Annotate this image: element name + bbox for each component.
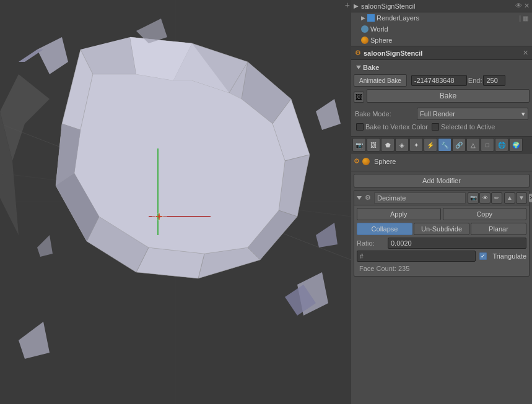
end-frame-input[interactable] bbox=[483, 75, 505, 86]
face-count-label: Face Count: bbox=[359, 265, 396, 272]
modifier-section: Add Modifier ⚙ 📷 👁 ✏ ▲ ▼ ✕ bbox=[351, 171, 532, 282]
bake-to-vertex-label: Bake to Vertex Color bbox=[365, 123, 428, 131]
selected-to-active-label: Selected to Active bbox=[441, 123, 495, 131]
bake-section: Bake Animated Bake End: 🖼 Bake Bake Mode… bbox=[351, 60, 532, 137]
bake-label-text: Bake bbox=[363, 64, 379, 71]
renderlayers-label: RenderLayers bbox=[377, 14, 419, 22]
sphere-label: Sphere bbox=[370, 37, 392, 44]
apply-button[interactable]: Apply bbox=[357, 208, 441, 220]
outliner-expand-icon[interactable]: 👁 bbox=[515, 2, 522, 10]
selected-to-active-check bbox=[432, 123, 439, 131]
toolbar-modifier-icon[interactable]: 🔧 bbox=[438, 138, 451, 152]
ratio-input[interactable] bbox=[388, 238, 526, 249]
triangulate-label: Triangulate bbox=[492, 252, 526, 260]
tab-un-subdivide[interactable]: Un-Subdivide bbox=[414, 223, 469, 235]
triangulate-checkbox[interactable]: ✓ bbox=[479, 252, 487, 260]
object-section: ⚙ Sphere bbox=[351, 153, 532, 171]
world-icon bbox=[361, 25, 368, 33]
properties-toolbar: 📷 🖼 ⬟ ◈ ✦ ⚡ 🔧 🔗 △ □ 🌐 🌍 bbox=[351, 137, 532, 153]
outliner-header: ▶ saloonSignStencil 👁 ✕ bbox=[351, 0, 532, 12]
scene-outliner: ▶ saloonSignStencil 👁 ✕ ▶ RenderLayers |… bbox=[351, 0, 532, 46]
toolbar-texture-icon[interactable]: ◈ bbox=[395, 138, 409, 152]
bake-collapse-arrow[interactable] bbox=[356, 66, 361, 69]
renderlayers-pipe: | bbox=[519, 15, 521, 22]
tri-hash-icon: # bbox=[360, 253, 364, 260]
object-mode-icon: ⚙ bbox=[354, 157, 360, 165]
modifier-body: Apply Copy Collapse Un-Subdivide Planar … bbox=[354, 205, 529, 276]
bake-mode-label: Bake Mode: bbox=[355, 110, 417, 118]
properties-close-btn[interactable]: ✕ bbox=[523, 49, 528, 57]
scene-icon: ▶ bbox=[354, 2, 359, 9]
bake-button[interactable]: Bake bbox=[367, 89, 530, 103]
face-count-row: Face Count: 235 bbox=[357, 264, 526, 273]
copy-button[interactable]: Copy bbox=[443, 208, 527, 220]
triangulate-check-mark: ✓ bbox=[481, 253, 486, 259]
modifier-icon-buttons: 📷 👁 ✏ bbox=[468, 192, 502, 204]
tab-collapse[interactable]: Collapse bbox=[357, 223, 412, 235]
animated-bake-label: Animated Bake bbox=[359, 77, 401, 84]
bake-mode-value: Full Render bbox=[420, 110, 455, 118]
modifier-delete-btn[interactable]: ✕ bbox=[529, 194, 532, 202]
animated-bake-btn[interactable]: Animated Bake bbox=[354, 74, 407, 87]
selected-to-active-checkbox[interactable]: Selected to Active bbox=[432, 123, 495, 131]
object-name: Sphere bbox=[374, 158, 396, 165]
toolbar-physics-icon[interactable]: ⚡ bbox=[424, 138, 437, 152]
bake-mode-dropdown[interactable]: Full Render ▾ bbox=[417, 108, 528, 120]
modifier-render-btn[interactable]: 📷 bbox=[468, 192, 479, 204]
world-label: World bbox=[370, 25, 388, 33]
right-panel: ▶ saloonSignStencil 👁 ✕ ▶ RenderLayers |… bbox=[351, 0, 532, 404]
modifier-down-btn[interactable]: ▼ bbox=[516, 192, 527, 204]
modifier-arrows: ▲ ▼ bbox=[504, 192, 527, 204]
properties-icon: ⚙ bbox=[355, 49, 361, 57]
modifier-up-btn[interactable]: ▲ bbox=[504, 192, 515, 204]
toolbar-render-icon[interactable]: 🖼 bbox=[367, 138, 380, 152]
face-count-value: 235 bbox=[398, 265, 409, 272]
outliner-item-world[interactable]: World bbox=[351, 24, 532, 35]
tab-planar[interactable]: Planar bbox=[471, 223, 526, 235]
modifier-tabs: Collapse Un-Subdivide Planar bbox=[357, 223, 526, 235]
modifier-edit-btn[interactable]: ✏ bbox=[491, 192, 502, 204]
toolbar-material-icon[interactable]: ⬟ bbox=[381, 138, 395, 152]
renderlayers-action[interactable]: ▦ bbox=[523, 15, 528, 22]
start-frame-input[interactable] bbox=[411, 75, 467, 86]
end-label: End: bbox=[468, 77, 482, 84]
bake-to-vertex-checkbox[interactable]: Bake to Vertex Color bbox=[356, 123, 428, 131]
modifier-type-icon: ⚙ bbox=[365, 194, 371, 202]
renderlayers-icon bbox=[367, 14, 375, 22]
toolbar-constraint-icon[interactable]: 🔗 bbox=[452, 138, 466, 152]
bake-section-label: Bake bbox=[354, 62, 530, 72]
toolbar-world-icon[interactable]: 🌍 bbox=[509, 138, 523, 152]
add-modifier-button[interactable]: Add Modifier bbox=[354, 174, 530, 187]
toolbar-scene-icon[interactable]: 🌐 bbox=[495, 138, 508, 152]
toolbar-camera-icon[interactable]: 📷 bbox=[352, 138, 366, 152]
outliner-item-sphere[interactable]: Sphere bbox=[351, 35, 532, 46]
bake-mode-arrow: ▾ bbox=[521, 110, 525, 118]
triangulate-input-wrap: # bbox=[357, 251, 476, 262]
sphere-icon-props bbox=[362, 158, 370, 165]
modifier-viewport-btn[interactable]: 👁 bbox=[479, 192, 491, 204]
decimate-modifier: ⚙ 📷 👁 ✏ ▲ ▼ ✕ Apply Copy bbox=[354, 190, 530, 277]
expand-arrow-renderlayers: ▶ bbox=[361, 15, 365, 21]
properties-header: ⚙ saloonSignStencil ✕ bbox=[351, 46, 532, 60]
ratio-label: Ratio: bbox=[357, 239, 388, 247]
modifier-collapse-arrow[interactable] bbox=[357, 196, 362, 200]
scene-title: saloonSignStencil bbox=[361, 2, 415, 10]
modifier-name-input[interactable] bbox=[374, 192, 466, 204]
bake-icon: 🖼 bbox=[354, 92, 364, 103]
bake-to-vertex-check bbox=[356, 123, 364, 131]
modifier-header: ⚙ 📷 👁 ✏ ▲ ▼ ✕ bbox=[354, 191, 529, 205]
viewport-corner-handle[interactable] bbox=[342, 0, 351, 9]
outliner-item-renderlayers[interactable]: ▶ RenderLayers | ▦ bbox=[351, 12, 532, 24]
toolbar-particle-icon[interactable]: ✦ bbox=[409, 138, 423, 152]
toolbar-object-icon[interactable]: □ bbox=[481, 138, 494, 152]
outliner-close-icon[interactable]: ✕ bbox=[524, 2, 530, 10]
sphere-icon-outliner bbox=[361, 37, 368, 44]
3d-viewport[interactable] bbox=[0, 0, 351, 404]
toolbar-object-data-icon[interactable]: △ bbox=[466, 138, 480, 152]
properties-title: saloonSignStencil bbox=[364, 49, 422, 57]
